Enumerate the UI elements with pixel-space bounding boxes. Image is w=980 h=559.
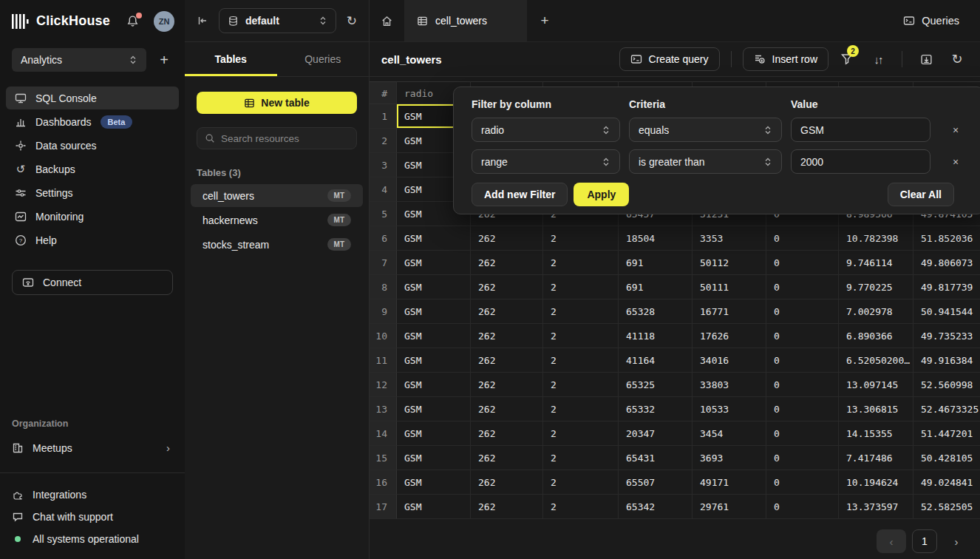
table-cell[interactable]: 0 (766, 373, 839, 397)
filter-value-input[interactable] (791, 149, 930, 174)
chat-support-link[interactable]: Chat with support (0, 506, 185, 528)
column-header[interactable]: # (370, 81, 397, 104)
table-cell[interactable]: 6.890366 (839, 324, 913, 348)
table-cell[interactable]: 262 (471, 397, 543, 421)
table-cell[interactable]: 49.024841 (913, 470, 980, 495)
workspace-select[interactable]: Analytics (12, 48, 146, 72)
table-cell[interactable]: 0 (766, 251, 839, 275)
table-cell[interactable]: 9.770225 (839, 275, 913, 299)
table-cell[interactable]: 65332 (619, 397, 693, 421)
table-cell[interactable]: 10.782398 (839, 226, 913, 251)
table-cell[interactable]: 6.52050200… (839, 348, 913, 373)
table-cell[interactable]: 262 (471, 446, 543, 470)
table-list-item-hackernews[interactable]: hackernews MT (191, 209, 363, 231)
table-cell[interactable]: 50112 (693, 251, 766, 275)
table-cell[interactable]: 52.582505 (913, 495, 980, 519)
table-cell[interactable]: 50.428105 (913, 446, 980, 470)
table-cell[interactable]: 2 (543, 275, 619, 299)
table-cell[interactable]: 2 (543, 348, 619, 373)
sort-button[interactable]: ↓↑ (865, 47, 891, 71)
table-cell[interactable]: 51.852036 (913, 226, 980, 251)
table-cell[interactable]: 13.373597 (839, 495, 913, 519)
table-cell[interactable]: 50.941544 (913, 299, 980, 324)
table-cell[interactable]: 691 (619, 275, 693, 299)
table-cell[interactable]: 3693 (693, 446, 766, 470)
notifications-button[interactable] (126, 15, 139, 27)
table-cell[interactable]: 33803 (693, 373, 766, 397)
table-cell[interactable]: GSM (397, 299, 471, 324)
download-button[interactable] (913, 47, 939, 71)
table-cell[interactable]: 65507 (619, 470, 693, 495)
tab-tables[interactable]: Tables (185, 42, 277, 76)
home-button[interactable] (370, 0, 404, 41)
table-cell[interactable]: 65431 (619, 446, 693, 470)
filter-column-select[interactable]: range (472, 149, 620, 174)
table-cell[interactable]: 2 (543, 226, 619, 251)
table-cell[interactable]: 0 (766, 397, 839, 421)
new-tab-button[interactable]: + (527, 0, 562, 41)
table-cell[interactable]: 10.194624 (839, 470, 913, 495)
table-cell[interactable]: 9.746114 (839, 251, 913, 275)
table-cell[interactable]: 2 (543, 251, 619, 275)
table-cell[interactable]: GSM (397, 226, 471, 251)
connect-button[interactable]: Connect (12, 270, 173, 295)
sidebar-item-backups[interactable]: ↺ Backups (6, 157, 179, 180)
avatar[interactable]: ZN (154, 11, 174, 32)
refresh-tables-icon[interactable]: ↻ (347, 13, 357, 29)
table-cell[interactable]: GSM (397, 421, 471, 446)
table-cell[interactable]: 0 (766, 275, 839, 299)
table-cell[interactable]: 49.916384 (913, 348, 980, 373)
table-cell[interactable]: 2 (543, 421, 619, 446)
table-cell[interactable]: 13.306815 (839, 397, 913, 421)
table-cell[interactable]: 0 (766, 324, 839, 348)
table-list-item-cell-towers[interactable]: cell_towers MT (191, 184, 363, 207)
table-cell[interactable]: 3454 (693, 421, 766, 446)
sidebar-item-help[interactable]: ? Help (6, 228, 179, 251)
table-cell[interactable]: 262 (471, 470, 543, 495)
table-cell[interactable]: 0 (766, 299, 839, 324)
next-page-button[interactable]: › (943, 529, 970, 553)
open-tab-cell-towers[interactable]: cell_towers (404, 0, 527, 41)
table-cell[interactable]: 262 (471, 373, 543, 397)
refresh-button[interactable]: ↻ (945, 47, 970, 71)
table-cell[interactable]: 51.447201 (913, 421, 980, 446)
current-page[interactable]: 1 (912, 529, 937, 553)
table-cell[interactable]: 52.4673325 (913, 397, 980, 421)
sidebar-item-data-sources[interactable]: Data sources (6, 134, 179, 157)
table-cell[interactable]: GSM (397, 470, 471, 495)
table-cell[interactable]: 262 (471, 348, 543, 373)
search-input[interactable] (221, 133, 349, 144)
table-cell[interactable]: 49.817739 (913, 275, 980, 299)
table-cell[interactable]: 49.806073 (913, 251, 980, 275)
database-select[interactable]: default (219, 8, 336, 33)
table-cell[interactable]: 65342 (619, 495, 693, 519)
add-filter-button[interactable]: Add new Filter (472, 183, 568, 206)
table-cell[interactable]: 0 (766, 421, 839, 446)
table-cell[interactable]: 13.097145 (839, 373, 913, 397)
table-cell[interactable]: 2 (543, 299, 619, 324)
table-cell[interactable]: 691 (619, 251, 693, 275)
table-cell[interactable]: 10533 (693, 397, 766, 421)
add-workspace-button[interactable]: + (155, 51, 173, 69)
table-cell[interactable]: 17626 (693, 324, 766, 348)
table-cell[interactable]: 2 (543, 397, 619, 421)
table-cell[interactable]: 262 (471, 226, 543, 251)
table-cell[interactable]: 0 (766, 470, 839, 495)
table-cell[interactable]: 2 (543, 373, 619, 397)
remove-filter-button[interactable]: × (945, 119, 967, 141)
sidebar-item-sql-console[interactable]: SQL Console (6, 87, 179, 109)
table-cell[interactable]: 50111 (693, 275, 766, 299)
prev-page-button[interactable]: ‹ (877, 529, 906, 553)
table-cell[interactable]: 3353 (693, 226, 766, 251)
table-cell[interactable]: 20347 (619, 421, 693, 446)
table-cell[interactable]: 18504 (619, 226, 693, 251)
table-cell[interactable]: 262 (471, 299, 543, 324)
apply-filters-button[interactable]: Apply (574, 183, 629, 206)
integrations-link[interactable]: Integrations (0, 484, 185, 506)
table-cell[interactable]: 14.15355 (839, 421, 913, 446)
filter-column-select[interactable]: radio (472, 118, 620, 142)
table-cell[interactable]: 34016 (693, 348, 766, 373)
table-cell[interactable]: 7.417486 (839, 446, 913, 470)
table-cell[interactable]: 41164 (619, 348, 693, 373)
table-cell[interactable]: GSM (397, 373, 471, 397)
